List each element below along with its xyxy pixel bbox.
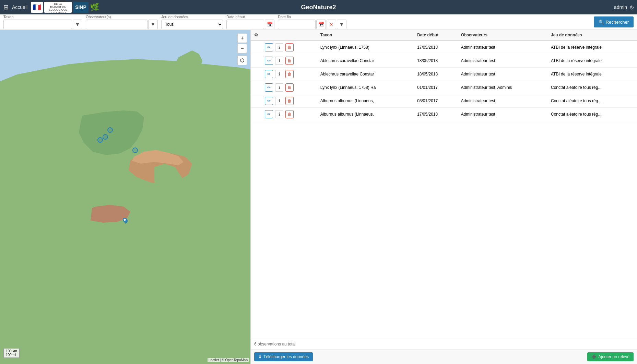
row-5-delete-button[interactable]: 🗑 bbox=[285, 110, 294, 118]
th-observateurs[interactable]: Observateurs bbox=[458, 30, 547, 40]
grid-icon[interactable]: ⊞ bbox=[3, 3, 9, 11]
row-1-info-button[interactable]: ℹ bbox=[275, 57, 283, 65]
date-fin-calendar-icon[interactable]: 📅 bbox=[316, 20, 326, 29]
table-header: ⚙ Taxon Date début Observateurs Jeu de d… bbox=[251, 30, 637, 40]
row-4-observateurs: Administrateur test bbox=[458, 94, 547, 108]
row-4-delete-button[interactable]: 🗑 bbox=[285, 97, 294, 105]
th-jeu-donnees[interactable]: Jeu de données bbox=[547, 30, 637, 40]
map-svg bbox=[0, 30, 250, 364]
map-controls: + − ⬡ bbox=[237, 33, 247, 65]
table-row: ✏ ℹ 🗑 Lynx lynx (Linnaeus, 1758) 17/05/2… bbox=[251, 40, 637, 54]
row-1-edit-button[interactable]: ✏ bbox=[265, 57, 273, 65]
row-2-delete-button[interactable]: 🗑 bbox=[285, 70, 294, 78]
username: admin bbox=[614, 4, 627, 10]
date-debut-calendar-icon[interactable]: 📅 bbox=[265, 20, 274, 29]
taxon-input-wrapper: ▼ bbox=[3, 20, 82, 29]
row-1-delete-button[interactable]: 🗑 bbox=[285, 57, 294, 65]
status-bar: 6 observations au total bbox=[251, 339, 637, 349]
row-4-actions: ✏ ℹ 🗑 bbox=[261, 94, 317, 108]
date-debut-input-wrapper: 📅 bbox=[226, 20, 274, 29]
jeu-donnees-filter-group: Jeu de données Tous ATBI de la réserve i… bbox=[161, 15, 223, 29]
accueil-link[interactable]: Accueil bbox=[12, 4, 27, 10]
filter-options-icon[interactable]: ▼ bbox=[337, 20, 346, 29]
user-area: admin ⎋ bbox=[614, 4, 634, 11]
scale-km: 100 km bbox=[6, 349, 17, 353]
row-0-edit-button[interactable]: ✏ bbox=[265, 43, 273, 51]
logo-ministry: MINISTÈREDE LA TRANSITIONÉCOLOGIQUEET SO… bbox=[44, 2, 72, 13]
map-marker-5[interactable] bbox=[122, 218, 128, 223]
flag-icon: 🇫🇷 bbox=[33, 3, 41, 11]
jeu-donnees-select[interactable]: Tous ATBI de la réserve intégrale Concta… bbox=[161, 20, 223, 29]
row-3-edit-button[interactable]: ✏ bbox=[265, 83, 273, 92]
zoom-in-button[interactable]: + bbox=[237, 33, 247, 43]
observateurs-filter-icon[interactable]: ▼ bbox=[148, 20, 158, 29]
date-fin-input-wrapper: 📅 ✕ ▼ bbox=[278, 20, 346, 29]
zoom-out-button[interactable]: − bbox=[237, 44, 247, 53]
row-3-info-button[interactable]: ℹ bbox=[275, 83, 283, 92]
download-button[interactable]: ⬇ Télécharger les données bbox=[254, 352, 313, 361]
map-area[interactable]: + − ⬡ 100 km 100 mi Leaflet | © OpenTopo… bbox=[0, 30, 250, 364]
logo-area: 🇫🇷 MINISTÈREDE LA TRANSITIONÉCOLOGIQUEET… bbox=[31, 2, 99, 13]
observations-table: ⚙ Taxon Date début Observateurs Jeu de d… bbox=[251, 30, 637, 121]
row-2-info-button[interactable]: ℹ bbox=[275, 70, 283, 78]
map-marker-4[interactable] bbox=[132, 148, 138, 153]
row-1-jeu-donnees: ATBI de la réserve intégrale bbox=[547, 54, 637, 68]
app-title: GeoNature2 bbox=[301, 4, 336, 11]
row-5-date-debut: 17/05/2018 bbox=[414, 108, 458, 121]
main-content: + − ⬡ 100 km 100 mi Leaflet | © OpenTopo… bbox=[0, 30, 637, 364]
map-marker-1[interactable] bbox=[103, 134, 108, 140]
scale-mi: 100 mi bbox=[6, 353, 17, 357]
row-0-info-button[interactable]: ℹ bbox=[275, 43, 283, 51]
bottom-actions: ⬇ Télécharger les données ➕ Ajouter un r… bbox=[251, 349, 637, 364]
date-debut-input[interactable] bbox=[226, 20, 264, 29]
row-2-edit-button[interactable]: ✏ bbox=[265, 70, 273, 78]
date-fin-input[interactable] bbox=[278, 20, 316, 29]
map-attribution: Leaflet | © OpenTopoMap bbox=[208, 358, 249, 362]
row-1-actions: ✏ ℹ 🗑 bbox=[261, 54, 317, 68]
th-date-debut[interactable]: Date début bbox=[414, 30, 458, 40]
taxon-input[interactable] bbox=[3, 20, 72, 29]
date-fin-label: Date fin bbox=[278, 15, 346, 19]
right-panel: ⚙ Taxon Date début Observateurs Jeu de d… bbox=[250, 30, 637, 364]
taxon-label: Taxon bbox=[3, 15, 82, 19]
row-4-edit-button[interactable]: ✏ bbox=[265, 97, 273, 105]
table-row: ✏ ℹ 🗑 Ablechrus caravellae Constar 18/05… bbox=[251, 54, 637, 68]
row-0-delete-button[interactable]: 🗑 bbox=[285, 43, 294, 51]
table-row: ✏ ℹ 🗑 Ablechrus caravellae Constar 18/05… bbox=[251, 68, 637, 81]
map-marker-2[interactable] bbox=[107, 127, 113, 133]
row-0-observateurs: Administrateur test bbox=[458, 40, 547, 54]
taxon-filter-group: Taxon ▼ bbox=[3, 15, 82, 29]
row-1-taxon: Ablechrus caravellae Constar bbox=[317, 54, 414, 68]
layer-button[interactable]: ⬡ bbox=[237, 56, 247, 65]
taxon-filter-icon[interactable]: ▼ bbox=[73, 20, 82, 29]
table-body: ✏ ℹ 🗑 Lynx lynx (Linnaeus, 1758) 17/05/2… bbox=[251, 40, 637, 121]
settings-icon[interactable]: ⚙ bbox=[254, 33, 258, 37]
row-3-delete-button[interactable]: 🗑 bbox=[285, 83, 294, 92]
row-0-settings-cell bbox=[251, 40, 261, 54]
row-5-edit-button[interactable]: ✏ bbox=[265, 110, 273, 118]
row-4-info-button[interactable]: ℹ bbox=[275, 97, 283, 105]
th-taxon[interactable]: Taxon bbox=[317, 30, 414, 40]
logout-icon[interactable]: ⎋ bbox=[630, 4, 634, 11]
filter-bar: Taxon ▼ Observateur(s) ▼ Jeu de données … bbox=[0, 14, 637, 30]
map-marker-3[interactable] bbox=[97, 137, 103, 143]
date-clear-icon[interactable]: ✕ bbox=[327, 20, 336, 29]
row-4-settings-cell bbox=[251, 94, 261, 108]
row-3-date-debut: 01/01/2017 bbox=[414, 81, 458, 94]
row-3-taxon: Lynx lynx (Linnaeus, 1758),Ra bbox=[317, 81, 414, 94]
plus-icon: ➕ bbox=[591, 354, 597, 359]
row-5-settings-cell bbox=[251, 108, 261, 121]
top-navigation: ⊞ Accueil 🇫🇷 MINISTÈREDE LA TRANSITIONÉC… bbox=[0, 0, 637, 14]
add-releve-button[interactable]: ➕ Ajouter un relevé bbox=[587, 352, 634, 361]
observateurs-input[interactable] bbox=[86, 20, 148, 29]
date-fin-filter-group: Date fin 📅 ✕ ▼ bbox=[278, 15, 346, 29]
row-0-date-debut: 17/05/2018 bbox=[414, 40, 458, 54]
leaf-icon: 🌿 bbox=[90, 3, 99, 12]
row-3-settings-cell bbox=[251, 81, 261, 94]
rechercher-button[interactable]: 🔍 Rechercher bbox=[594, 16, 634, 27]
row-2-observateurs: Administrateur test bbox=[458, 68, 547, 81]
observateurs-label: Observateur(s) bbox=[86, 15, 158, 19]
search-icon: 🔍 bbox=[599, 20, 604, 25]
table-row: ✏ ℹ 🗑 Alburnus alburnus (Linnaeus, 17/05… bbox=[251, 108, 637, 121]
row-5-info-button[interactable]: ℹ bbox=[275, 110, 283, 118]
